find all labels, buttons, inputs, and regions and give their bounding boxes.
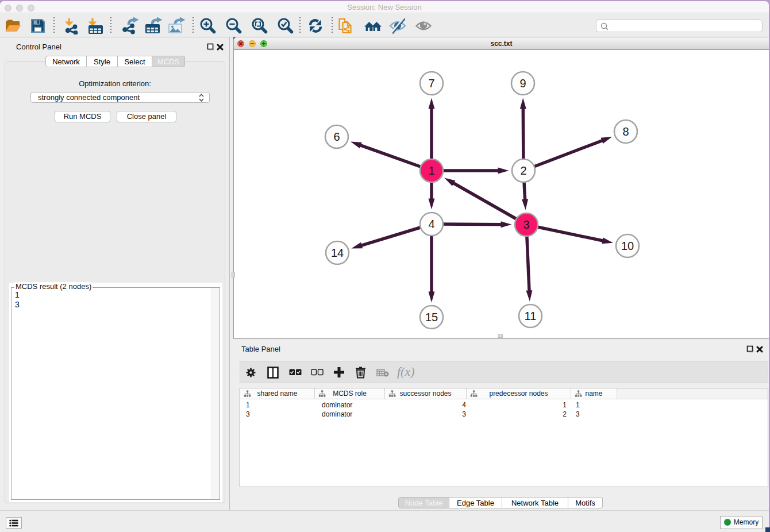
svg-text:7: 7	[428, 77, 434, 90]
svg-text:8: 8	[622, 125, 629, 138]
svg-text:1: 1	[428, 164, 434, 177]
svg-text:6: 6	[333, 130, 340, 143]
svg-text:11: 11	[525, 310, 537, 322]
svg-text:14: 14	[331, 246, 344, 259]
svg-text:2: 2	[520, 164, 526, 177]
svg-text:15: 15	[425, 311, 438, 323]
svg-text:9: 9	[519, 77, 526, 90]
svg-text:4: 4	[428, 218, 434, 230]
svg-text:3: 3	[523, 218, 529, 231]
svg-text:10: 10	[621, 240, 634, 252]
